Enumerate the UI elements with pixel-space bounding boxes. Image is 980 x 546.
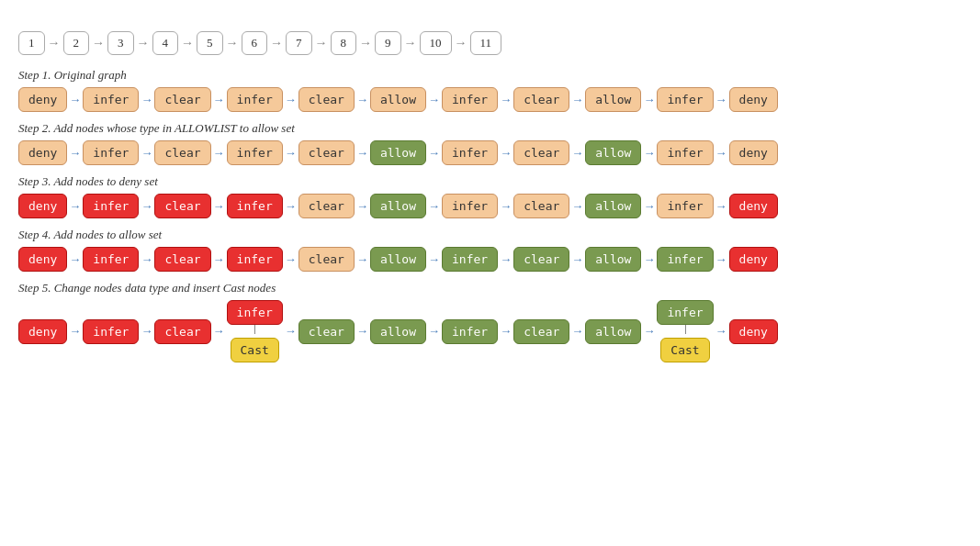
cast-container-3: inferCast <box>227 300 283 362</box>
node: infer <box>442 140 498 165</box>
node-arrow: → <box>141 324 152 339</box>
node: deny <box>18 194 67 218</box>
node-arrow: → <box>356 252 368 267</box>
node-arrow: → <box>213 199 225 214</box>
node: clear <box>154 140 210 165</box>
node-arrow: → <box>141 199 152 214</box>
node-arrow: → <box>571 252 583 267</box>
node-arrow: → <box>141 93 152 107</box>
node: allow <box>370 87 426 112</box>
node: infer <box>657 300 713 325</box>
node: allow <box>370 140 426 165</box>
node: infer <box>227 140 283 165</box>
node-arrow: → <box>571 93 583 107</box>
node-arrow: → <box>356 93 368 107</box>
node-arrow: → <box>285 199 297 214</box>
step-arrow: → <box>92 36 105 50</box>
node-arrow: → <box>69 324 81 339</box>
node-arrow: → <box>141 252 152 267</box>
node: allow <box>370 194 426 218</box>
node: infer <box>442 87 498 112</box>
node-arrow: → <box>285 324 297 339</box>
node-arrow: → <box>643 252 655 267</box>
node: allow <box>585 87 641 112</box>
node-arrow: → <box>643 324 655 339</box>
node-arrow: → <box>715 199 727 214</box>
graph-section-2: Step 2. Add nodes whose type in ALLOWLIS… <box>18 121 962 165</box>
node: infer <box>442 319 498 344</box>
node: allow <box>585 140 641 165</box>
node: deny <box>18 140 67 165</box>
node-arrow: → <box>213 93 225 107</box>
node-arrow: → <box>356 146 368 161</box>
node: infer <box>657 247 713 272</box>
node: clear <box>299 194 355 218</box>
node-arrow: → <box>69 146 81 161</box>
node: deny <box>18 247 67 272</box>
node: infer <box>657 87 713 112</box>
node: clear <box>299 140 355 165</box>
node: allow <box>585 247 641 272</box>
node: allow <box>585 194 641 218</box>
step-arrow: → <box>270 36 283 50</box>
steps-row: 1→2→3→4→5→6→7→8→9→10→11 <box>18 31 962 55</box>
node: clear <box>154 319 210 344</box>
graph-label-2: Step 2. Add nodes whose type in ALLOWLIS… <box>18 121 962 136</box>
node-arrow: → <box>428 324 440 339</box>
step-arrow: → <box>181 36 194 50</box>
node-arrow: → <box>571 146 583 161</box>
node-arrow: → <box>500 93 512 107</box>
node: clear <box>299 247 355 272</box>
step-arrow: → <box>137 36 150 50</box>
node: deny <box>18 87 67 112</box>
node: clear <box>154 194 210 218</box>
step-arrow: → <box>359 36 372 50</box>
node-arrow: → <box>213 324 225 339</box>
node-row-3: deny→infer→clear→infer→clear→allow→infer… <box>18 194 962 218</box>
node-arrow: → <box>571 199 583 214</box>
node: infer <box>657 194 713 218</box>
node: infer <box>227 87 283 112</box>
step-num-10: 10 <box>420 31 452 55</box>
node: allow <box>585 319 641 344</box>
node-arrow: → <box>285 93 297 107</box>
node-row-4: deny→infer→clear→infer→clear→allow→infer… <box>18 247 962 272</box>
node: infer <box>442 247 498 272</box>
node: infer <box>83 247 139 272</box>
node: infer <box>83 319 139 344</box>
node: infer <box>442 194 498 218</box>
node: clear <box>154 87 210 112</box>
node-arrow: → <box>428 199 440 214</box>
cast-node: Cast <box>231 338 279 362</box>
node-arrow: → <box>715 252 727 267</box>
node: deny <box>729 319 778 344</box>
node-row-5: deny→infer→clear→inferCast→clear→allow→i… <box>18 300 962 362</box>
node-arrow: → <box>500 324 512 339</box>
step-num-7: 7 <box>286 31 312 55</box>
node-arrow: → <box>715 324 727 339</box>
node-arrow: → <box>500 252 512 267</box>
graph-section-5: Step 5. Change nodes data type and inser… <box>18 281 962 362</box>
step-num-4: 4 <box>152 31 179 55</box>
node: allow <box>370 319 426 344</box>
node-row-2: deny→infer→clear→infer→clear→allow→infer… <box>18 140 962 165</box>
node: clear <box>513 140 569 165</box>
step-num-9: 9 <box>375 31 401 55</box>
node-arrow: → <box>643 146 655 161</box>
node: clear <box>513 194 569 218</box>
step-arrow: → <box>48 36 61 50</box>
node-arrow: → <box>69 199 81 214</box>
graph-section-4: Step 4. Add nodes to allow setdeny→infer… <box>18 228 962 272</box>
node: infer <box>227 300 283 325</box>
node-arrow: → <box>715 93 727 107</box>
node: deny <box>729 87 778 112</box>
node: deny <box>729 247 778 272</box>
node-arrow: → <box>500 146 512 161</box>
node-arrow: → <box>213 252 225 267</box>
graph-section-1: Step 1. Original graphdeny→infer→clear→i… <box>18 68 962 112</box>
node: infer <box>657 140 713 165</box>
node: allow <box>370 247 426 272</box>
node-arrow: → <box>428 93 440 107</box>
node-arrow: → <box>643 93 655 107</box>
step-num-5: 5 <box>197 31 223 55</box>
